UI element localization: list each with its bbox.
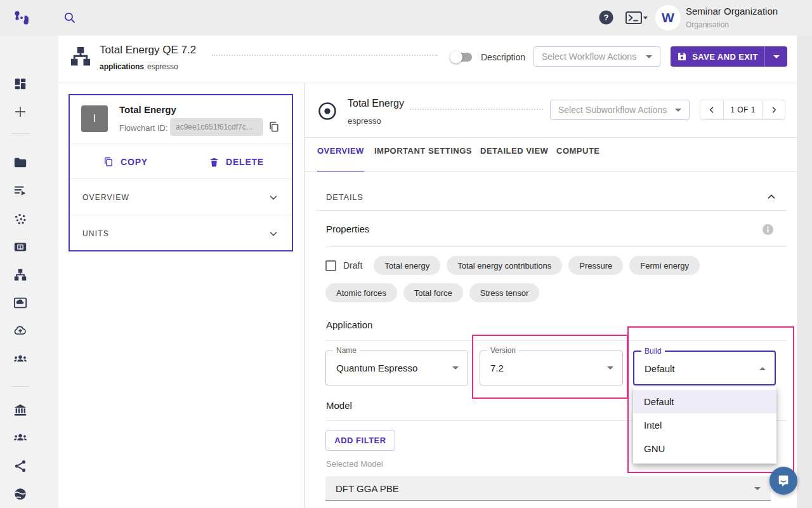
delete-unit-button[interactable]: DELETE [181,145,292,179]
application-build-select[interactable]: Build Default [633,351,776,385]
description-label: Description [481,52,525,62]
flowchart-id-value[interactable]: ac9ee1c651f61cdf7c... [170,118,263,136]
workflow-actions-select[interactable]: Select Workflow Actions [534,46,660,67]
version-value: 7.2 [490,351,504,385]
property-chip[interactable]: Total force [403,283,463,302]
chevron-up-icon [759,367,766,370]
copy-unit-button[interactable]: COPY [70,145,181,179]
org-name[interactable]: Seminar Organization [686,6,778,17]
selected-model-label: Selected Model [326,459,383,469]
build-option-gnu[interactable]: GNU [633,437,776,460]
model-section-title: Model [326,400,352,411]
add-icon[interactable] [13,105,27,119]
top-bar: ? W Seminar Organization Organisation [0,0,812,36]
team-icon[interactable] [13,352,27,366]
chevron-down-icon [268,228,279,239]
help-icon[interactable]: ? [599,10,613,25]
dotted-separator [410,109,543,110]
chat-icon [776,474,790,488]
job-scripts-icon[interactable] [13,184,27,197]
images-icon[interactable] [13,296,27,310]
add-filter-button[interactable]: ADD FILTER [325,430,395,451]
details-section-title: DETAILS [326,192,363,202]
chevron-down-icon [754,487,761,490]
property-chip[interactable]: Pressure [568,256,623,275]
institution-icon[interactable] [13,403,27,417]
collaborators-icon[interactable] [13,431,27,444]
property-chip[interactable]: Total energy [374,256,440,275]
breadcrumb-app-label: applications [100,62,144,71]
property-chip[interactable]: Fermi energy [629,256,700,275]
property-chip[interactable]: Atomic forces [325,283,397,302]
subworkflow-subtitle: espresso [348,116,381,126]
breadcrumb-app-value: espresso [147,62,178,71]
collapse-details-button[interactable] [766,191,777,203]
workflow-icon [69,45,92,70]
console-dropdown-icon[interactable] [625,11,648,25]
unit-title: Total Energy [119,104,176,115]
svg-text:?: ? [604,13,609,22]
rail-divider [11,133,29,134]
subworkflow-title: Total Energy [348,98,404,109]
flowchart-id-label: Flowchart ID: [119,123,168,133]
property-chip[interactable]: Total energy contributions [447,256,562,275]
cloud-upload-icon[interactable] [13,324,27,338]
accordion-overview-label: OVERVIEW [82,193,129,202]
build-options-menu: Default Intel GNU [633,387,776,464]
draft-checkbox[interactable] [325,260,336,271]
pager-next-button[interactable] [762,100,785,119]
build-value: Default [645,352,675,385]
dashboard-icon[interactable] [13,77,27,91]
tab-overview[interactable]: OVERVIEW [317,146,364,172]
subworkflow-icon [317,101,337,121]
accordion-units-label: UNITS [82,229,109,238]
share-icon[interactable] [13,459,27,473]
info-icon[interactable] [763,224,773,235]
selected-model-select[interactable]: DFT GGA PBE [325,476,771,501]
app-logo-icon[interactable] [12,8,31,27]
accordion-units[interactable]: UNITS [70,215,292,251]
workflows-icon[interactable] [13,268,27,282]
subworkflow-panel: Total Energy espresso Select Subworkflow… [305,83,797,508]
trash-icon [209,157,219,168]
application-name-select[interactable]: Name Quantum Espresso [325,351,468,385]
draft-checkbox-group[interactable]: Draft [325,260,362,271]
web-icon[interactable] [13,487,27,501]
chat-launcher-button[interactable] [769,467,797,495]
subworkflow-actions-select[interactable]: Select Subworkflow Actions [550,100,690,120]
avatar[interactable]: W [655,5,681,30]
application-version-select[interactable]: Version 7.2 [480,351,623,385]
search-icon[interactable] [63,11,76,24]
chevron-left-icon [707,105,717,115]
chevron-down-icon [607,366,613,370]
copy-id-icon[interactable] [268,121,280,133]
tab-compute[interactable]: COMPUTE [556,146,600,171]
property-chips-group: Draft Total energy Total energy contribu… [325,256,744,302]
save-options-dropdown[interactable] [764,46,787,67]
tab-detailed-view[interactable]: DETAILED VIEW [480,146,548,171]
accordion-overview[interactable]: OVERVIEW [70,179,292,215]
materials-icon[interactable] [13,212,27,226]
pager-prev-button[interactable] [700,100,723,119]
selected-model-value: DFT GGA PBE [336,483,754,494]
chevron-down-icon [268,192,279,203]
divider [316,210,787,211]
pager-count: 1 OF 1 [723,100,762,119]
unit-card-total-energy[interactable]: I Total Energy Flowchart ID: ac9ee1c651f… [69,94,293,251]
description-toggle[interactable] [450,51,473,64]
chevron-down-icon [452,366,459,370]
save-icon [677,51,687,62]
workflow-header: Total Energy QE 7.2 applicationsespresso… [58,36,797,83]
folder-icon[interactable] [13,156,27,170]
tab-important-settings[interactable]: IMPORTANT SETTINGS [374,146,472,171]
subworkflow-pager: 1 OF 1 [700,100,785,120]
build-option-intel[interactable]: Intel [633,413,776,437]
build-option-default[interactable]: Default [633,390,776,413]
chevron-down-icon [675,109,681,112]
divider [325,340,787,341]
flowchart-panel: I Total Energy Flowchart ID: ac9ee1c651f… [58,83,304,508]
svg-text:1: 1 [19,245,22,250]
bank-card-icon[interactable]: 1 [13,240,27,254]
save-and-exit-button[interactable]: SAVE AND EXIT [671,46,787,67]
property-chip[interactable]: Stress tensor [469,283,540,302]
